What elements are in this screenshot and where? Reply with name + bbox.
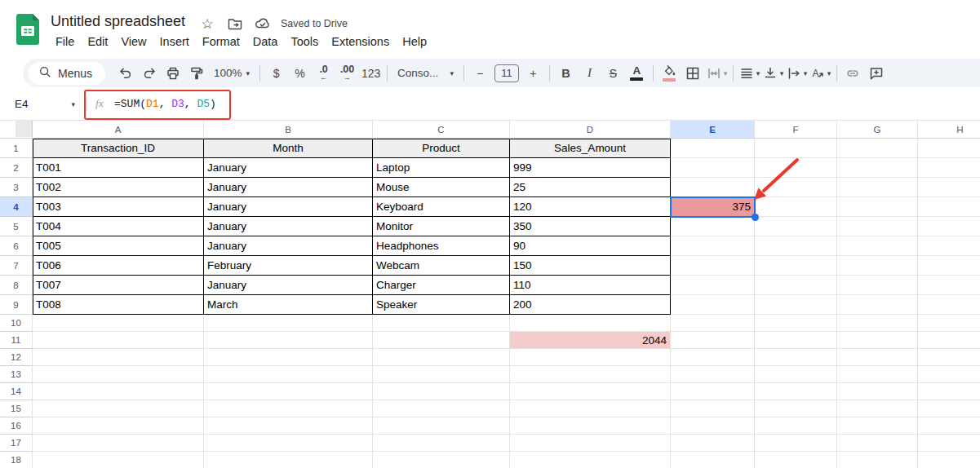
horizontal-align-button[interactable]: ▾ (738, 62, 760, 84)
cell-A15[interactable] (33, 400, 204, 417)
sheets-logo-icon[interactable] (16, 14, 39, 45)
cell-B14[interactable] (204, 383, 373, 400)
name-box[interactable]: E4 ▾ (0, 87, 82, 121)
cell-G16[interactable] (837, 417, 918, 435)
cell-G2[interactable] (837, 158, 918, 178)
cell-D11[interactable]: 2044 (510, 332, 671, 349)
insert-link-button[interactable] (842, 62, 864, 84)
cell-D2[interactable]: 999 (510, 158, 671, 178)
text-color-button[interactable]: A (626, 62, 648, 84)
cell-C5[interactable]: Monitor (373, 217, 510, 236)
borders-button[interactable] (682, 62, 704, 84)
cell-D14[interactable] (510, 383, 671, 400)
cell-G14[interactable] (837, 383, 918, 400)
cell-F12[interactable] (755, 349, 837, 366)
cell-G7[interactable] (837, 256, 918, 276)
cell-B1[interactable]: Month (204, 139, 373, 158)
cell-B6[interactable]: January (204, 236, 373, 256)
cell-F13[interactable] (755, 366, 837, 383)
print-button[interactable] (162, 62, 184, 84)
move-folder-icon[interactable] (227, 15, 243, 32)
bold-button[interactable]: B (555, 62, 577, 84)
cell-C12[interactable] (373, 349, 510, 366)
cell-C17[interactable] (373, 435, 510, 452)
cell-G4[interactable] (837, 197, 918, 217)
cell-G15[interactable] (837, 400, 918, 417)
cell-E3[interactable] (671, 178, 755, 197)
formula-input[interactable]: =SUM(D1, D3, D5) (114, 98, 216, 110)
row-header-7[interactable]: 7 (0, 256, 33, 276)
cell-C7[interactable]: Webcam (373, 256, 510, 276)
cell-H1[interactable] (918, 139, 980, 158)
increase-font-size-button[interactable]: + (522, 62, 544, 84)
cell-H11[interactable] (918, 332, 980, 349)
cell-D8[interactable]: 110 (510, 276, 671, 295)
font-family-select[interactable]: Conso...▾ (392, 62, 459, 84)
cell-E14[interactable] (671, 383, 755, 400)
zoom-select[interactable]: 100%▾ (209, 62, 255, 84)
cell-D16[interactable] (510, 417, 671, 435)
cell-F15[interactable] (755, 400, 837, 417)
cell-C14[interactable] (373, 383, 510, 400)
cell-E7[interactable] (671, 256, 755, 276)
column-header-B[interactable]: B (204, 121, 373, 139)
row-header-16[interactable]: 16 (0, 417, 33, 435)
row-header-13[interactable]: 13 (0, 366, 33, 383)
cell-F9[interactable] (755, 295, 837, 315)
cell-A7[interactable]: T006 (33, 256, 204, 276)
row-header-11[interactable]: 11 (0, 332, 33, 349)
cell-E11[interactable] (671, 332, 755, 349)
cell-F18[interactable] (755, 452, 837, 468)
increase-decimal-button[interactable]: .00→ (336, 62, 358, 84)
cell-D15[interactable] (510, 400, 671, 417)
menu-item-format[interactable]: Format (196, 33, 246, 51)
row-header-9[interactable]: 9 (0, 295, 33, 315)
cell-A1[interactable]: Transaction_ID (33, 139, 204, 158)
cell-C13[interactable] (373, 366, 510, 383)
column-header-C[interactable]: C (373, 121, 510, 139)
text-wrap-button[interactable]: ▾ (786, 62, 808, 84)
insert-comment-button[interactable] (866, 62, 888, 84)
cell-B16[interactable] (204, 417, 373, 435)
cell-E9[interactable] (671, 295, 755, 315)
cell-A4[interactable]: T003 (33, 197, 204, 217)
fill-color-button[interactable] (659, 62, 681, 84)
cell-H10[interactable] (918, 315, 980, 332)
cell-B8[interactable]: January (204, 276, 373, 295)
cell-C18[interactable] (373, 452, 510, 468)
vertical-align-button[interactable]: ▾ (762, 62, 784, 84)
cell-C15[interactable] (373, 400, 510, 417)
cell-H8[interactable] (918, 276, 980, 295)
saved-status[interactable]: Saved to Drive (281, 18, 348, 29)
cell-A13[interactable] (33, 366, 204, 383)
star-icon[interactable]: ☆ (199, 15, 215, 32)
cell-A8[interactable]: T007 (33, 276, 204, 295)
cell-H5[interactable] (918, 217, 980, 236)
decrease-font-size-button[interactable]: − (469, 62, 491, 84)
cell-G1[interactable] (837, 139, 918, 158)
cell-H17[interactable] (918, 435, 980, 452)
cell-A2[interactable]: T001 (33, 158, 204, 178)
menu-item-data[interactable]: Data (246, 33, 285, 51)
row-header-12[interactable]: 12 (0, 349, 33, 366)
cell-A9[interactable]: T008 (33, 295, 204, 315)
cell-B9[interactable]: March (204, 295, 373, 315)
row-header-3[interactable]: 3 (0, 178, 33, 197)
cell-H12[interactable] (918, 349, 980, 366)
cell-B4[interactable]: January (204, 197, 373, 217)
cell-H4[interactable] (918, 197, 980, 217)
redo-button[interactable] (138, 62, 160, 84)
cell-H13[interactable] (918, 366, 980, 383)
cell-H6[interactable] (918, 236, 980, 256)
cell-C4[interactable]: Keyboard (373, 197, 510, 217)
column-header-F[interactable]: F (755, 121, 837, 139)
row-header-2[interactable]: 2 (0, 158, 33, 178)
menu-item-extensions[interactable]: Extensions (325, 33, 396, 51)
cell-H2[interactable] (918, 158, 980, 178)
cell-G6[interactable] (837, 236, 918, 256)
cell-B7[interactable]: February (204, 256, 373, 276)
cell-F17[interactable] (755, 435, 837, 452)
cell-D7[interactable]: 150 (510, 256, 671, 276)
cell-E10[interactable] (671, 315, 755, 332)
cell-H15[interactable] (918, 400, 980, 417)
